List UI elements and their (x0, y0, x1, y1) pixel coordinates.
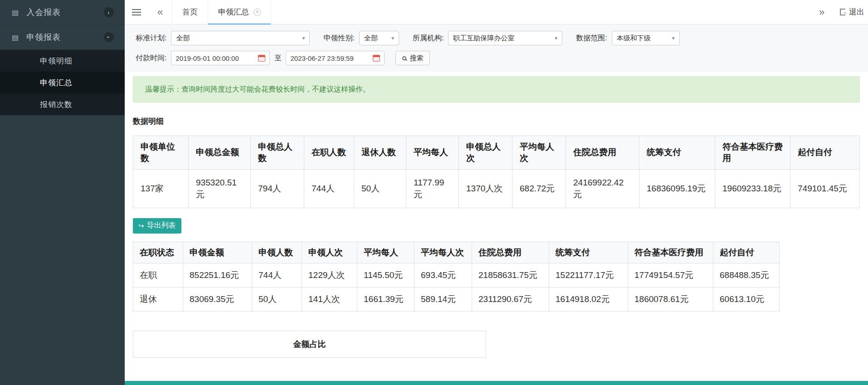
summary-col-header: 申领总人次 (459, 136, 512, 170)
status-table: 在职状态 申领金额 申领人数 申领人次 平均每人 平均每人次 住院总费用 统筹支… (133, 242, 780, 312)
tab-home[interactable]: 首页 (172, 0, 208, 24)
summary-col-header: 申领总金额 (189, 136, 251, 170)
org-select[interactable]: 职工互助保障办公室 ▾ (448, 31, 562, 45)
tabs-scroll-left-button[interactable]: « (148, 0, 172, 24)
summary-cell: 50人 (354, 170, 406, 208)
status-cell: 1661.39元 (357, 287, 414, 311)
pay-time-to-input[interactable]: 2023-06-27 23:59:59 (286, 51, 385, 65)
status-col-header: 符合基本医疗费用 (628, 242, 713, 263)
status-cell: 50人 (252, 287, 302, 311)
sidebar-submenu: 申领明细 申领汇总 报销次数 (0, 50, 125, 115)
close-tab-icon[interactable]: × (254, 9, 261, 16)
summary-cell: 682.72元 (512, 170, 566, 208)
org-label: 所属机构: (413, 34, 444, 43)
status-col-header: 申领人次 (302, 242, 357, 263)
summary-cell: 749101.45元 (790, 170, 860, 208)
chart-panel: 金额占比 (133, 331, 486, 358)
hamburger-icon (132, 9, 141, 15)
plan-select[interactable]: 全部 ▾ (171, 31, 310, 45)
filter-panel: 标准计划: 全部 ▾ 申领性别: 全部 ▾ 所属机构: 职工互助保障办公室 ▾ … (125, 24, 868, 72)
app-window: ▤ 入会报表 › ▤ 申领报表 › 申领明细 申领汇总 报销次数 « (0, 0, 868, 385)
status-cell: 15221177.17元 (549, 263, 628, 288)
date-range-separator: 至 (274, 54, 281, 63)
logout-button[interactable]: 退出 (834, 0, 868, 24)
logout-icon (840, 9, 845, 15)
status-cell: 1145.50元 (357, 263, 414, 288)
tab-claim-summary[interactable]: 申领汇总 × (208, 0, 271, 24)
status-col-header: 起付自付 (713, 242, 780, 263)
sidebar-group-label: 入会报表 (26, 7, 61, 18)
summary-table: 申领单位数 申领总金额 申领总人数 在职人数 退休人数 平均每人 申领总人次 平… (133, 136, 860, 208)
list-icon: ▤ (12, 33, 19, 42)
summary-col-header: 平均每人次 (512, 136, 566, 170)
sidebar-item-reimburse-count[interactable]: 报销次数 (0, 93, 125, 115)
search-icon (402, 56, 406, 60)
filter-row-2: 付款时间: 2019-05-01 00:00:00 至 2023-06-27 2… (136, 51, 857, 65)
summary-cell: 794人 (251, 170, 304, 208)
status-col-header: 平均每人 (357, 242, 414, 263)
summary-cell: 1370人次 (459, 170, 512, 208)
gender-label: 申领性别: (323, 34, 354, 43)
list-icon: ▤ (12, 8, 19, 17)
status-cell: 141人次 (302, 287, 357, 311)
notice-text: 温馨提示：查询时间跨度过大可能会花费较长时间，不建议这样操作。 (145, 85, 370, 94)
pay-time-to-value: 2023-06-27 23:59:59 (290, 54, 353, 62)
scope-label: 数据范围: (576, 34, 607, 43)
double-chevron-left-icon: « (157, 7, 163, 17)
status-cell: 60613.10元 (713, 287, 780, 311)
status-cell: 852251.16元 (183, 263, 252, 288)
logout-label: 退出 (849, 7, 864, 17)
sidebar: ▤ 入会报表 › ▤ 申领报表 › 申领明细 申领汇总 报销次数 (0, 0, 125, 385)
sidebar-group-claim-report[interactable]: ▤ 申领报表 › (0, 25, 125, 50)
summary-col-header: 申领总人数 (251, 136, 304, 170)
search-button-label: 搜索 (410, 54, 423, 63)
summary-cell: 744人 (304, 170, 354, 208)
chevron-circle-right-icon[interactable]: › (104, 7, 114, 17)
summary-cell: 19609233.18元 (715, 170, 790, 208)
summary-data-row: 137家 935320.51元 794人 744人 50人 1177.99元 1… (133, 170, 860, 208)
tab-label: 首页 (182, 7, 198, 17)
topbar: « 首页 申领汇总 × » 退出 (125, 0, 868, 24)
status-cell: 1860078.61元 (628, 287, 713, 311)
pay-time-from-input[interactable]: 2019-05-01 00:00:00 (171, 51, 270, 65)
summary-header-row: 申领单位数 申领总金额 申领总人数 在职人数 退休人数 平均每人 申领总人次 平… (133, 136, 860, 170)
double-chevron-right-icon: » (819, 7, 824, 17)
status-header-row: 在职状态 申领金额 申领人数 申领人次 平均每人 平均每人次 住院总费用 统筹支… (133, 242, 780, 263)
status-cell: 退休 (133, 287, 183, 311)
status-col-header: 在职状态 (133, 242, 183, 263)
section-title: 数据明细 (133, 116, 860, 127)
scope-select[interactable]: 本级和下级 ▾ (612, 31, 680, 45)
chevron-down-icon: ▾ (391, 35, 394, 41)
status-cell: 688488.35元 (713, 263, 780, 288)
summary-cell: 137家 (133, 170, 189, 208)
status-cell: 在职 (133, 263, 183, 288)
status-cell: 693.45元 (414, 263, 472, 288)
status-col-header: 平均每人次 (414, 242, 472, 263)
status-col-header: 申领金额 (183, 242, 252, 263)
chevron-circle-down-icon[interactable]: › (104, 32, 114, 42)
status-col-header: 统筹支付 (549, 242, 628, 263)
menu-toggle-button[interactable] (125, 0, 148, 24)
summary-col-header: 住院总费用 (566, 136, 639, 170)
main-area: « 首页 申领汇总 × » 退出 标准计划: (125, 0, 868, 385)
search-button[interactable]: 搜索 (395, 51, 430, 65)
summary-col-header: 符合基本医疗费用 (715, 136, 790, 170)
summary-cell: 24169922.42元 (566, 170, 639, 208)
calendar-icon[interactable] (373, 55, 380, 62)
sidebar-group-membership-report[interactable]: ▤ 入会报表 › (0, 0, 125, 25)
export-list-button[interactable]: ↪ 导出列表 (133, 218, 181, 234)
sidebar-item-claim-summary[interactable]: 申领汇总 (0, 72, 125, 93)
status-row-active: 在职 852251.16元 744人 1229人次 1145.50元 693.4… (133, 263, 780, 288)
summary-cell: 1177.99元 (406, 170, 459, 208)
status-cell: 2311290.67元 (472, 287, 549, 311)
export-button-label: 导出列表 (147, 221, 176, 230)
pay-time-label: 付款时间: (136, 54, 166, 63)
status-row-retired: 退休 83069.35元 50人 141人次 1661.39元 589.14元 … (133, 287, 780, 311)
tabs-scroll-right-button[interactable]: » (810, 0, 834, 24)
sidebar-item-claim-detail[interactable]: 申领明细 (0, 50, 125, 72)
gender-select[interactable]: 全部 ▾ (359, 31, 399, 45)
tab-label: 申领汇总 (218, 7, 249, 17)
summary-col-header: 退休人数 (354, 136, 406, 170)
calendar-icon[interactable] (258, 55, 265, 62)
chevron-down-icon: ▾ (672, 35, 675, 41)
